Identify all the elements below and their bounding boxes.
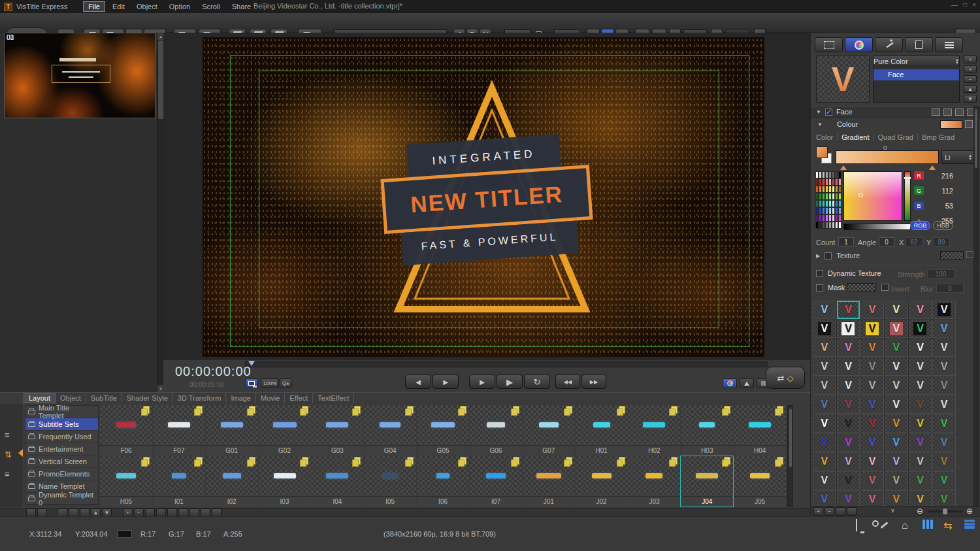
grayscale-bar[interactable] (843, 224, 911, 230)
letter-style-preset[interactable]: V (909, 320, 932, 338)
letter-style-preset[interactable]: V (885, 471, 908, 490)
play-from-start-button[interactable]: ▶ (469, 375, 495, 389)
tab-properties[interactable] (905, 37, 933, 52)
palette-swatch[interactable] (838, 193, 841, 200)
zoom-view-button[interactable]: Q± (280, 378, 292, 388)
add-layer-group-button[interactable]: + (964, 65, 977, 73)
letter-style-preset[interactable]: V (909, 301, 932, 319)
template-item[interactable]: J04 (681, 456, 733, 507)
template-item[interactable]: I03 (259, 456, 311, 507)
gradient-stop-right[interactable] (929, 165, 936, 170)
collapse-triangle-icon[interactable]: ▼ (816, 109, 821, 115)
collapse-categories-arrow[interactable] (18, 449, 23, 457)
paste-style-icon[interactable] (943, 109, 952, 116)
letter-style-preset[interactable]: V (932, 395, 956, 414)
texture-checkbox[interactable] (825, 252, 832, 259)
letter-style-preset[interactable]: V (813, 471, 836, 490)
channel-badge[interactable]: B (914, 201, 924, 210)
palette-swatch[interactable] (838, 207, 841, 214)
letter-style-preset[interactable]: V (813, 395, 836, 414)
transfer-button[interactable]: ⇆ (943, 520, 952, 532)
letter-style-preset[interactable]: V (885, 301, 908, 319)
browser-tab[interactable]: 3D Transform (173, 393, 227, 403)
sort-order-icon[interactable]: ⇅ (5, 450, 12, 459)
template-item[interactable]: G06 (470, 405, 522, 456)
template-item[interactable]: H04 (734, 405, 786, 456)
letter-style-preset[interactable]: V (860, 395, 884, 414)
gradient-mode-tab[interactable]: Quad Grad (874, 133, 917, 141)
move-layer-up-button[interactable]: ▲ (964, 85, 977, 93)
letter-style-preset[interactable]: V (932, 339, 956, 357)
palette-swatch[interactable] (838, 200, 841, 207)
gradient-mode-tab[interactable]: Gradient (837, 133, 873, 141)
storage-button[interactable] (964, 520, 975, 529)
template-item[interactable]: G07 (523, 405, 575, 456)
minimize-button[interactable]: — (951, 1, 958, 8)
tab-effects[interactable] (875, 37, 903, 52)
browser-tab[interactable]: Effect (285, 393, 313, 403)
tab-select-tool[interactable] (815, 37, 843, 52)
gradient-mode-tab[interactable]: Bmp Grad (917, 133, 958, 141)
letter-style-preset[interactable]: V (932, 358, 956, 376)
dynamic-texture-row[interactable]: Dynamic Texture (816, 269, 881, 277)
template-item[interactable]: I02 (206, 456, 258, 507)
letter-style-preset[interactable]: V (909, 433, 932, 452)
template-item[interactable]: I06 (417, 456, 469, 507)
invert-checkbox[interactable] (881, 284, 889, 291)
shader-layer-item[interactable]: Face (874, 69, 959, 80)
letter-style-preset[interactable]: V (932, 414, 956, 433)
letter-style-preset[interactable]: V (837, 358, 860, 376)
maximize-button[interactable]: □ (963, 1, 967, 8)
letter-style-preset[interactable]: V (860, 471, 884, 490)
template-item[interactable]: G03 (311, 405, 363, 456)
template-item[interactable]: H02 (628, 405, 680, 456)
gradient-bar[interactable] (836, 150, 939, 164)
hsb-mode-button[interactable]: HSB (933, 221, 953, 230)
letter-style-preset[interactable]: V (837, 320, 860, 338)
play-button[interactable]: ▶ (497, 375, 523, 389)
preset-options-button[interactable] (847, 507, 857, 516)
letter-style-preset[interactable]: V (837, 395, 860, 414)
mask-swatch[interactable] (847, 283, 875, 292)
letter-style-preset[interactable]: V (885, 320, 908, 338)
sv-picker-dot[interactable] (858, 193, 863, 197)
texture-section[interactable]: ▶ Texture (816, 252, 860, 259)
expand-triangle-icon[interactable]: ▶ (816, 253, 820, 259)
copy-style-icon[interactable] (932, 109, 940, 116)
preset-save-button[interactable] (836, 507, 845, 516)
menu-item[interactable]: Edit (108, 2, 129, 11)
dynamic-texture-checkbox[interactable] (816, 270, 823, 277)
menu-item[interactable]: Object (132, 2, 162, 11)
template-item[interactable]: G02 (259, 405, 311, 456)
channel-value[interactable]: 112 (941, 187, 953, 195)
letter-style-preset[interactable]: V (885, 433, 908, 452)
letter-style-preset[interactable]: V (860, 452, 884, 471)
category-item[interactable]: Frequently Used (25, 431, 98, 443)
browser-tab[interactable]: Layout (24, 393, 56, 403)
channel-value[interactable]: 53 (945, 202, 953, 210)
tree-view-icon[interactable]: ≡ (5, 430, 10, 440)
letter-style-preset[interactable]: V (813, 301, 836, 319)
template-item[interactable]: F06 (100, 405, 152, 456)
letter-style-preset[interactable]: V (909, 358, 932, 376)
fit-view-button[interactable] (245, 378, 258, 388)
reset-style-icon[interactable] (955, 109, 964, 116)
zoom-in-icon[interactable]: ⊕ (966, 507, 973, 516)
palette-swatch[interactable] (838, 178, 841, 186)
channel-value[interactable]: 216 (941, 172, 953, 180)
count-input[interactable]: 1 (838, 237, 854, 246)
preset-add-button[interactable]: + (813, 507, 823, 516)
inspector-scrollbar[interactable] (973, 106, 979, 506)
letter-style-preset[interactable]: V (813, 339, 836, 357)
palette-swatch[interactable] (838, 222, 841, 229)
preview-canvas[interactable]: INTEGRATED NEW TITLER FAST & POWERFUL (203, 37, 764, 357)
collapse-triangle-icon[interactable]: ▼ (817, 122, 823, 127)
external-monitor-button[interactable] (856, 520, 857, 531)
template-item[interactable]: H01 (576, 405, 628, 456)
letter-style-preset[interactable]: V (909, 395, 932, 414)
browser-tab[interactable]: Shader Style (122, 393, 173, 403)
scrollbar-thumb[interactable] (789, 409, 792, 467)
preset-zoom-slider[interactable] (928, 510, 962, 512)
letter-style-preset[interactable]: V (860, 339, 884, 357)
next-frame-button[interactable]: ▶ (433, 375, 459, 389)
